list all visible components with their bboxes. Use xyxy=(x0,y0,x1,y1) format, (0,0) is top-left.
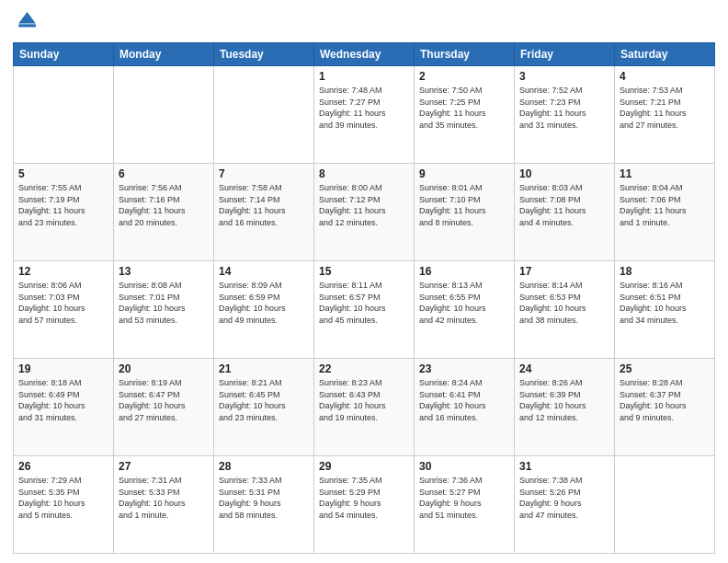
day-info: Sunrise: 7:36 AM Sunset: 5:27 PM Dayligh… xyxy=(419,475,509,521)
day-number: 19 xyxy=(18,362,108,375)
day-number: 7 xyxy=(219,167,309,180)
calendar-week-2: 5Sunrise: 7:55 AM Sunset: 7:19 PM Daylig… xyxy=(14,164,715,261)
day-number: 16 xyxy=(419,265,509,278)
weekday-header-tuesday: Tuesday xyxy=(214,43,314,66)
day-info: Sunrise: 8:00 AM Sunset: 7:12 PM Dayligh… xyxy=(319,182,409,228)
calendar-cell: 23Sunrise: 8:24 AM Sunset: 6:41 PM Dayli… xyxy=(415,359,515,456)
calendar-cell: 1Sunrise: 7:48 AM Sunset: 7:27 PM Daylig… xyxy=(314,66,415,164)
calendar-cell: 9Sunrise: 8:01 AM Sunset: 7:10 PM Daylig… xyxy=(415,164,515,261)
day-info: Sunrise: 8:24 AM Sunset: 6:41 PM Dayligh… xyxy=(419,377,509,423)
day-number: 24 xyxy=(519,362,609,375)
day-info: Sunrise: 7:29 AM Sunset: 5:35 PM Dayligh… xyxy=(18,475,108,521)
calendar-cell: 29Sunrise: 7:35 AM Sunset: 5:29 PM Dayli… xyxy=(314,456,415,554)
calendar-cell: 30Sunrise: 7:36 AM Sunset: 5:27 PM Dayli… xyxy=(415,456,515,554)
weekday-row: SundayMondayTuesdayWednesdayThursdayFrid… xyxy=(14,43,715,66)
calendar-cell: 10Sunrise: 8:03 AM Sunset: 7:08 PM Dayli… xyxy=(515,164,615,261)
day-number: 26 xyxy=(18,460,108,473)
day-number: 13 xyxy=(119,265,209,278)
day-info: Sunrise: 8:06 AM Sunset: 7:03 PM Dayligh… xyxy=(18,280,108,326)
day-info: Sunrise: 8:09 AM Sunset: 6:59 PM Dayligh… xyxy=(219,280,309,326)
calendar-cell: 7Sunrise: 7:58 AM Sunset: 7:14 PM Daylig… xyxy=(214,164,314,261)
svg-rect-1 xyxy=(18,24,36,27)
day-number: 29 xyxy=(319,460,409,473)
day-info: Sunrise: 7:53 AM Sunset: 7:21 PM Dayligh… xyxy=(620,85,710,131)
weekday-header-friday: Friday xyxy=(515,43,615,66)
weekday-header-wednesday: Wednesday xyxy=(314,43,415,66)
day-info: Sunrise: 8:16 AM Sunset: 6:51 PM Dayligh… xyxy=(620,280,710,326)
calendar-body: 1Sunrise: 7:48 AM Sunset: 7:27 PM Daylig… xyxy=(14,66,715,554)
day-number: 22 xyxy=(319,362,409,375)
day-number: 12 xyxy=(18,265,108,278)
day-number: 25 xyxy=(620,362,710,375)
calendar-cell: 16Sunrise: 8:13 AM Sunset: 6:55 PM Dayli… xyxy=(415,261,515,359)
weekday-header-monday: Monday xyxy=(114,43,214,66)
day-info: Sunrise: 7:48 AM Sunset: 7:27 PM Dayligh… xyxy=(319,85,409,131)
day-number: 20 xyxy=(119,362,209,375)
day-info: Sunrise: 8:21 AM Sunset: 6:45 PM Dayligh… xyxy=(219,377,309,423)
day-number: 23 xyxy=(419,362,509,375)
day-number: 18 xyxy=(620,265,710,278)
day-info: Sunrise: 8:04 AM Sunset: 7:06 PM Dayligh… xyxy=(620,182,710,228)
day-info: Sunrise: 7:52 AM Sunset: 7:23 PM Dayligh… xyxy=(519,85,609,131)
day-info: Sunrise: 8:19 AM Sunset: 6:47 PM Dayligh… xyxy=(119,377,209,423)
calendar-week-4: 19Sunrise: 8:18 AM Sunset: 6:49 PM Dayli… xyxy=(14,359,715,456)
calendar-cell: 15Sunrise: 8:11 AM Sunset: 6:57 PM Dayli… xyxy=(314,261,415,359)
calendar-week-5: 26Sunrise: 7:29 AM Sunset: 5:35 PM Dayli… xyxy=(14,456,715,554)
calendar-cell: 13Sunrise: 8:08 AM Sunset: 7:01 PM Dayli… xyxy=(114,261,214,359)
day-number: 8 xyxy=(319,167,409,180)
calendar-cell xyxy=(114,66,214,164)
day-info: Sunrise: 7:38 AM Sunset: 5:26 PM Dayligh… xyxy=(519,475,609,521)
calendar-cell: 3Sunrise: 7:52 AM Sunset: 7:23 PM Daylig… xyxy=(515,66,615,164)
day-number: 28 xyxy=(219,460,309,473)
day-number: 10 xyxy=(519,167,609,180)
calendar-header: SundayMondayTuesdayWednesdayThursdayFrid… xyxy=(14,43,715,66)
day-number: 11 xyxy=(620,167,710,180)
day-info: Sunrise: 7:35 AM Sunset: 5:29 PM Dayligh… xyxy=(319,475,409,521)
day-info: Sunrise: 7:50 AM Sunset: 7:25 PM Dayligh… xyxy=(419,85,509,131)
calendar-cell: 24Sunrise: 8:26 AM Sunset: 6:39 PM Dayli… xyxy=(515,359,615,456)
svg-marker-0 xyxy=(18,12,36,23)
day-number: 17 xyxy=(519,265,609,278)
day-number: 21 xyxy=(219,362,309,375)
calendar-cell: 25Sunrise: 8:28 AM Sunset: 6:37 PM Dayli… xyxy=(615,359,715,456)
day-info: Sunrise: 7:55 AM Sunset: 7:19 PM Dayligh… xyxy=(18,182,108,228)
calendar-cell: 12Sunrise: 8:06 AM Sunset: 7:03 PM Dayli… xyxy=(14,261,114,359)
weekday-header-thursday: Thursday xyxy=(415,43,515,66)
calendar-week-3: 12Sunrise: 8:06 AM Sunset: 7:03 PM Dayli… xyxy=(14,261,715,359)
calendar-cell: 20Sunrise: 8:19 AM Sunset: 6:47 PM Dayli… xyxy=(114,359,214,456)
day-number: 2 xyxy=(419,70,509,83)
day-number: 9 xyxy=(419,167,509,180)
day-info: Sunrise: 7:58 AM Sunset: 7:14 PM Dayligh… xyxy=(219,182,309,228)
day-info: Sunrise: 7:33 AM Sunset: 5:31 PM Dayligh… xyxy=(219,475,309,521)
calendar-week-1: 1Sunrise: 7:48 AM Sunset: 7:27 PM Daylig… xyxy=(14,66,715,164)
day-number: 4 xyxy=(620,70,710,83)
calendar-cell: 17Sunrise: 8:14 AM Sunset: 6:53 PM Dayli… xyxy=(515,261,615,359)
page: SundayMondayTuesdayWednesdayThursdayFrid… xyxy=(0,0,728,563)
day-info: Sunrise: 7:56 AM Sunset: 7:16 PM Dayligh… xyxy=(119,182,209,228)
day-info: Sunrise: 8:11 AM Sunset: 6:57 PM Dayligh… xyxy=(319,280,409,326)
calendar-cell: 31Sunrise: 7:38 AM Sunset: 5:26 PM Dayli… xyxy=(515,456,615,554)
day-number: 1 xyxy=(319,70,409,83)
day-info: Sunrise: 8:28 AM Sunset: 6:37 PM Dayligh… xyxy=(620,377,710,423)
logo-icon xyxy=(13,9,39,35)
day-info: Sunrise: 8:18 AM Sunset: 6:49 PM Dayligh… xyxy=(18,377,108,423)
calendar-cell: 5Sunrise: 7:55 AM Sunset: 7:19 PM Daylig… xyxy=(14,164,114,261)
calendar-cell: 2Sunrise: 7:50 AM Sunset: 7:25 PM Daylig… xyxy=(415,66,515,164)
day-number: 5 xyxy=(18,167,108,180)
calendar-cell: 21Sunrise: 8:21 AM Sunset: 6:45 PM Dayli… xyxy=(214,359,314,456)
calendar-cell: 4Sunrise: 7:53 AM Sunset: 7:21 PM Daylig… xyxy=(615,66,715,164)
day-number: 30 xyxy=(419,460,509,473)
day-number: 14 xyxy=(219,265,309,278)
day-info: Sunrise: 8:01 AM Sunset: 7:10 PM Dayligh… xyxy=(419,182,509,228)
day-info: Sunrise: 8:03 AM Sunset: 7:08 PM Dayligh… xyxy=(519,182,609,228)
weekday-header-sunday: Sunday xyxy=(14,43,114,66)
day-number: 31 xyxy=(519,460,609,473)
day-info: Sunrise: 8:14 AM Sunset: 6:53 PM Dayligh… xyxy=(519,280,609,326)
weekday-header-saturday: Saturday xyxy=(615,43,715,66)
day-info: Sunrise: 8:26 AM Sunset: 6:39 PM Dayligh… xyxy=(519,377,609,423)
calendar-cell: 19Sunrise: 8:18 AM Sunset: 6:49 PM Dayli… xyxy=(14,359,114,456)
calendar-cell xyxy=(615,456,715,554)
day-number: 27 xyxy=(119,460,209,473)
calendar-cell xyxy=(14,66,114,164)
calendar-cell: 26Sunrise: 7:29 AM Sunset: 5:35 PM Dayli… xyxy=(14,456,114,554)
